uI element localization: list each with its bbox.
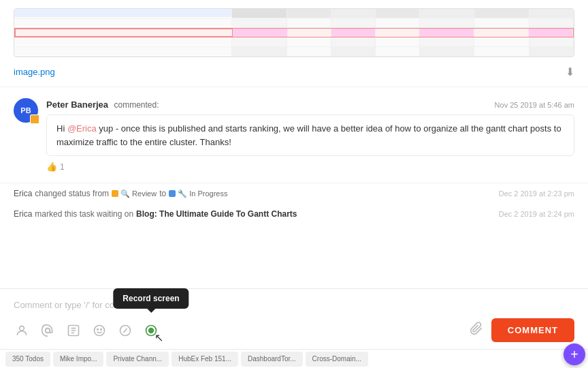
- spreadsheet-row-highlighted: [14, 28, 574, 37]
- comment-input-area: Comment or type '/' for commands: [0, 288, 588, 349]
- svg-point-0: [20, 326, 24, 331]
- like-icon[interactable]: 👍: [46, 162, 57, 172]
- activity-actor-2: Erica: [14, 209, 32, 219]
- record-screen-icon[interactable]: Record screen ↖: [143, 322, 159, 339]
- slash-command-icon[interactable]: [117, 322, 133, 339]
- sticker-icon[interactable]: [65, 322, 82, 339]
- person-icon[interactable]: [14, 322, 30, 339]
- cursor-icon: ↖: [154, 331, 163, 344]
- bottom-bar: 350 Todos Mike Impo... Private Chann... …: [0, 349, 588, 368]
- from-status-label: Review: [132, 189, 157, 198]
- activity-actor-1: Erica: [14, 189, 32, 198]
- comment-toolbar: Record screen ↖ COMMENT: [14, 318, 574, 342]
- bottom-tab-0[interactable]: 350 Todos: [5, 352, 50, 367]
- spreadsheet-row: [14, 18, 574, 28]
- comment-block: PB Peter Banerjea commented: Nov 25 2019…: [0, 87, 588, 183]
- download-icon[interactable]: ⬇: [566, 65, 574, 78]
- activity-text-1: Erica changed status from 🔍 Review to 🔧 …: [14, 189, 227, 198]
- comment-text: Hi @Erica yup - once this is published a…: [46, 114, 574, 156]
- comment-date: Nov 25 2019 at 5:46 am: [495, 101, 574, 109]
- toolbar-right: COMMENT: [470, 318, 574, 342]
- main-container: image.png ⬇ PB Peter Banerjea commented:…: [0, 0, 588, 368]
- svg-point-5: [101, 328, 102, 330]
- fab-button[interactable]: +: [564, 343, 585, 365]
- spreadsheet-row: [14, 47, 574, 57]
- fab-label: +: [570, 347, 578, 363]
- svg-point-9: [149, 328, 154, 333]
- svg-point-3: [95, 325, 105, 335]
- attach-icon[interactable]: [470, 322, 483, 339]
- emoji-icon[interactable]: [91, 322, 108, 339]
- comment-button[interactable]: COMMENT: [491, 318, 574, 342]
- mention: @Erica: [67, 123, 97, 134]
- activity-action-2: marked this task waiting on: [35, 209, 133, 219]
- activity-row-2: Erica marked this task waiting on Blog: …: [0, 204, 588, 224]
- to-status-label: In Progress: [189, 189, 227, 198]
- svg-line-7: [124, 328, 127, 333]
- avatar: PB: [14, 98, 38, 123]
- like-count: 1: [60, 162, 65, 172]
- spreadsheet-rows: [14, 9, 574, 57]
- image-footer: image.png ⬇: [14, 63, 574, 78]
- svg-point-4: [97, 328, 99, 330]
- comment-header: Peter Banerjea commented: Nov 25 2019 at…: [46, 98, 574, 110]
- avatar-badge: [30, 114, 39, 124]
- spreadsheet-row: [14, 37, 574, 47]
- to-status: 🔧 In Progress: [169, 189, 227, 198]
- comment-post: yup - once this is published and starts …: [56, 123, 561, 147]
- activity-text-2: Erica marked this task waiting on Blog: …: [14, 209, 297, 219]
- status-dot-yellow: [112, 190, 118, 197]
- toolbar-icons: Record screen ↖: [14, 322, 159, 339]
- bottom-tab-3[interactable]: HubEx Feb 151...: [172, 352, 238, 367]
- activity-date-2: Dec 2 2019 at 2:24 pm: [499, 210, 574, 218]
- commenter-name: Peter Banerjea commented:: [46, 98, 159, 110]
- activity-row-1: Erica changed status from 🔍 Review to 🔧 …: [0, 183, 588, 204]
- at-icon[interactable]: [39, 322, 56, 339]
- image-filename[interactable]: image.png: [14, 67, 55, 77]
- comment-placeholder[interactable]: Comment or type '/' for commands: [14, 297, 574, 318]
- activity-date-1: Dec 2 2019 at 2:23 pm: [499, 189, 574, 198]
- like-section: 👍 1: [46, 162, 574, 172]
- to-label: to: [159, 189, 166, 198]
- spreadsheet-preview: [14, 8, 574, 57]
- bottom-tab-1[interactable]: Mike Impo...: [53, 352, 103, 367]
- bottom-tab-2[interactable]: Private Chann...: [106, 352, 169, 367]
- activity-action-1: changed status from: [35, 189, 109, 198]
- bottom-tab-5[interactable]: Cross-Domain...: [306, 352, 368, 367]
- image-section: image.png ⬇: [0, 0, 588, 87]
- bottom-tab-4[interactable]: DashboardTor...: [241, 352, 303, 367]
- comment-body: Peter Banerjea commented: Nov 25 2019 at…: [46, 98, 574, 172]
- comment-pre: Hi: [56, 123, 67, 134]
- avatar-initials: PB: [20, 106, 31, 114]
- status-dot-blue: [169, 190, 176, 197]
- from-status: 🔍 Review: [112, 189, 157, 198]
- spreadsheet-row: [14, 9, 574, 18]
- task-link[interactable]: Blog: The Ultimate Guide To Gantt Charts: [136, 209, 297, 219]
